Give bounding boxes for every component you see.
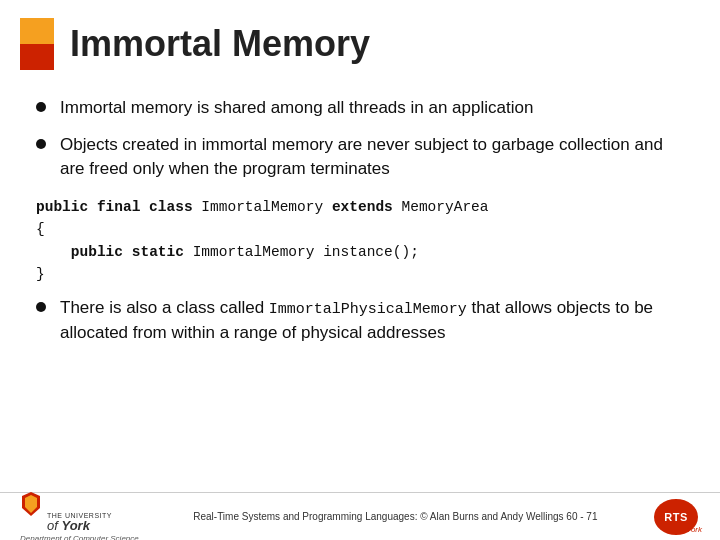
slide: Immortal Memory Immortal memory is share… (0, 0, 720, 540)
code-block: public final class ImmortalMemory extend… (36, 196, 684, 286)
university-logo: THE UNIVERSITY of York Department of Com… (20, 503, 139, 531)
code-line-2: { (36, 218, 684, 240)
department-text: Department of Computer Science (20, 534, 139, 540)
accent-graphic (20, 18, 54, 70)
footer-right: RTS York (652, 499, 700, 535)
bullet3-prefix: There is also a class called (60, 298, 269, 317)
bullet-dot-1 (36, 102, 46, 112)
slide-header: Immortal Memory (0, 0, 720, 80)
bullet-dot-3 (36, 302, 46, 312)
bullet-text-2: Objects created in immortal memory are n… (60, 133, 684, 182)
accent-top (20, 18, 54, 44)
accent-bottom (20, 44, 54, 70)
rts-badge: RTS York (652, 499, 700, 535)
bullet-list: Immortal memory is shared among all thre… (36, 96, 684, 182)
bullet-item-1: Immortal memory is shared among all thre… (36, 96, 684, 121)
code-line-1: public final class ImmortalMemory extend… (36, 196, 684, 218)
footer-left: THE UNIVERSITY of York Department of Com… (20, 503, 139, 531)
code-line-4: } (36, 263, 684, 285)
bullet-item-3: There is also a class called ImmortalPhy… (36, 296, 684, 345)
rts-text: RTS (664, 511, 688, 523)
code-line-3: public static ImmortalMemory instance(); (36, 241, 684, 263)
bullet-text-3: There is also a class called ImmortalPhy… (60, 296, 684, 345)
york-text: of York (47, 519, 112, 533)
slide-content: Immortal memory is shared among all thre… (0, 80, 720, 367)
bullet3-code: ImmortalPhysicalMemory (269, 301, 467, 318)
bullet-item-2: Objects created in immortal memory are n… (36, 133, 684, 182)
footer-copyright: Real-Time Systems and Programming Langua… (139, 511, 652, 522)
bullet-text-1: Immortal memory is shared among all thre… (60, 96, 684, 121)
slide-title: Immortal Memory (70, 23, 370, 65)
bullet-dot-2 (36, 139, 46, 149)
york-shield-icon (20, 490, 42, 518)
rts-york-text: York (686, 525, 702, 534)
footer: THE UNIVERSITY of York Department of Com… (0, 492, 720, 540)
